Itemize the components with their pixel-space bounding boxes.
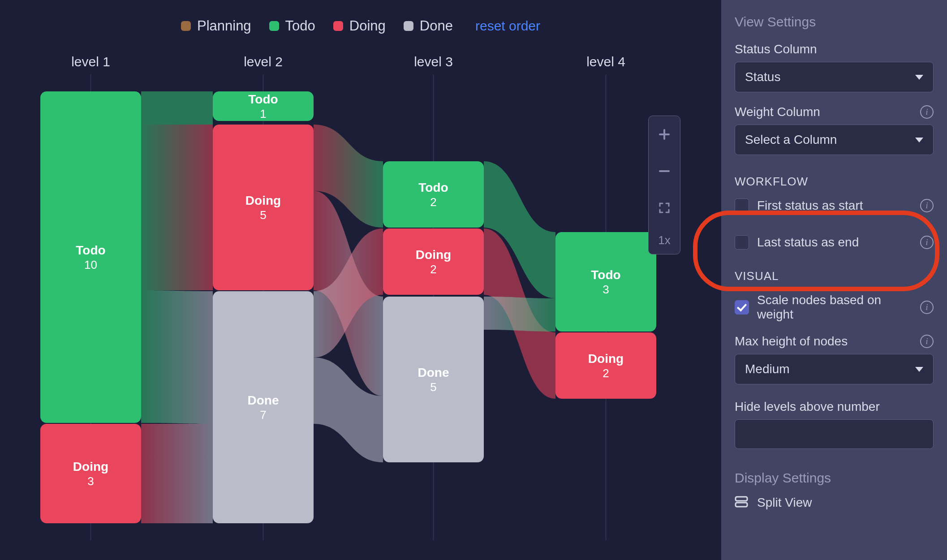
node-value: 3 <box>603 283 609 296</box>
settings-panel: View Settings Status Column Status Weigh… <box>721 0 947 560</box>
legend-item[interactable]: Done <box>404 18 453 34</box>
max-height-value: Medium <box>745 362 790 376</box>
zoom-out-button[interactable] <box>649 153 680 190</box>
sankey-node[interactable] <box>555 332 656 399</box>
split-view-label: Split View <box>757 495 812 510</box>
node-label: Done <box>418 366 449 379</box>
sankey-link[interactable] <box>484 297 555 332</box>
sankey-link[interactable] <box>141 424 213 523</box>
sankey-node[interactable] <box>40 91 141 423</box>
chevron-down-icon <box>915 75 923 80</box>
node-label: Doing <box>245 194 281 207</box>
zoom-in-button[interactable] <box>649 116 680 153</box>
sankey-node[interactable] <box>40 424 141 523</box>
node-label: Done <box>248 393 279 407</box>
legend-label: Todo <box>285 18 315 34</box>
hide-levels-label: Hide levels above number <box>735 400 880 414</box>
sankey-node[interactable] <box>383 161 484 228</box>
node-value: 5 <box>430 380 436 394</box>
info-icon[interactable]: i <box>920 105 934 119</box>
weight-column-select[interactable]: Select a Column <box>735 125 934 155</box>
node-label: Doing <box>73 460 108 474</box>
svg-rect-4 <box>736 497 747 501</box>
minus-icon <box>659 165 670 177</box>
section-workflow: WORKFLOW <box>735 175 934 189</box>
legend-label: Doing <box>349 18 386 34</box>
sankey-node[interactable] <box>213 125 314 290</box>
node-value: 2 <box>603 366 609 380</box>
node-label: Todo <box>418 181 448 194</box>
svg-rect-5 <box>736 503 747 507</box>
weight-column-label: Weight Column <box>735 105 820 119</box>
node-label: Doing <box>588 352 624 366</box>
reset-order-link[interactable]: reset order <box>475 18 540 34</box>
scale-nodes-checkbox[interactable] <box>735 300 749 314</box>
legend-swatch <box>181 21 191 31</box>
info-icon[interactable]: i <box>920 335 934 348</box>
status-column-select[interactable]: Status <box>735 62 934 92</box>
zoom-fit-button[interactable] <box>649 190 680 226</box>
node-label: Todo <box>76 243 105 257</box>
last-status-checkbox[interactable] <box>735 235 749 250</box>
info-icon[interactable]: i <box>920 236 934 249</box>
column-header: level 1 <box>71 54 110 69</box>
first-status-label: First status as start <box>757 198 912 213</box>
legend-item[interactable]: Doing <box>333 18 386 34</box>
column-header: level 2 <box>244 54 283 69</box>
sankey-link[interactable] <box>141 91 213 125</box>
node-label: Todo <box>591 268 620 282</box>
section-view-settings: View Settings <box>735 14 934 30</box>
legend-item[interactable]: Todo <box>269 18 315 34</box>
legend-swatch <box>404 21 413 31</box>
chevron-down-icon <box>915 367 923 372</box>
node-value: 2 <box>430 195 436 209</box>
info-icon[interactable]: i <box>920 301 934 314</box>
status-column-value: Status <box>745 70 780 84</box>
node-value: 5 <box>260 208 266 222</box>
plus-icon <box>659 129 670 140</box>
section-visual: VISUAL <box>735 269 934 283</box>
status-column-label: Status Column <box>735 42 934 56</box>
legend-swatch <box>333 21 343 31</box>
column-header: level 4 <box>586 54 625 69</box>
first-status-checkbox[interactable] <box>735 198 749 213</box>
hide-levels-input[interactable] <box>735 419 934 449</box>
zoom-level-label: 1x <box>649 226 680 254</box>
sankey-node[interactable] <box>555 232 656 332</box>
legend-item[interactable]: Planning <box>181 18 251 34</box>
legend: PlanningTodoDoingDonereset order <box>0 0 721 47</box>
section-display-settings: Display Settings <box>735 470 934 486</box>
legend-label: Planning <box>197 18 251 34</box>
node-value: 10 <box>84 258 97 271</box>
chevron-down-icon <box>915 138 923 142</box>
sankey-node[interactable] <box>213 291 314 523</box>
sankey-link[interactable] <box>141 125 213 290</box>
scale-nodes-label: Scale nodes based on weight <box>757 293 912 322</box>
weight-column-value: Select a Column <box>745 133 837 147</box>
max-height-select[interactable]: Medium <box>735 354 934 384</box>
info-icon[interactable]: i <box>920 199 934 212</box>
sankey-node[interactable] <box>383 297 484 462</box>
legend-swatch <box>269 21 279 31</box>
legend-label: Done <box>420 18 453 34</box>
max-height-label: Max height of nodes <box>735 334 848 349</box>
node-value: 7 <box>260 408 266 422</box>
split-view-icon <box>735 496 748 509</box>
zoom-controls: 1x <box>648 116 680 254</box>
sankey-node[interactable] <box>383 228 484 295</box>
node-label: Todo <box>248 92 278 106</box>
sankey-chart: level 1level 2level 3level 4Todo10Doing3… <box>0 47 721 540</box>
node-value: 3 <box>87 474 94 488</box>
node-value: 2 <box>430 263 436 276</box>
node-label: Doing <box>416 248 451 262</box>
last-status-label: Last status as end <box>757 235 912 250</box>
column-header: level 3 <box>414 54 453 69</box>
chart-area: PlanningTodoDoingDonereset order level 1… <box>0 0 721 560</box>
node-value: 1 <box>260 107 266 121</box>
expand-icon <box>659 202 670 214</box>
sankey-link[interactable] <box>141 290 213 424</box>
